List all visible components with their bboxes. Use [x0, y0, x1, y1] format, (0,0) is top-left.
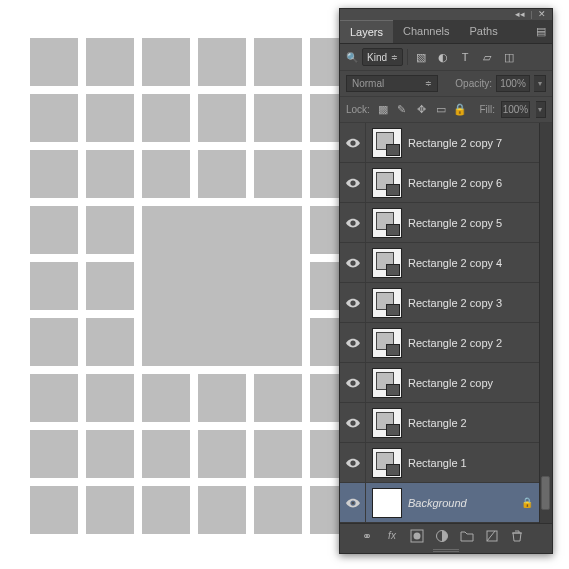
- lock-artboard-icon[interactable]: ▭: [434, 103, 447, 117]
- layer-thumbnail[interactable]: [372, 488, 402, 518]
- blend-mode-value: Normal: [352, 78, 384, 89]
- visibility-toggle[interactable]: [340, 123, 366, 162]
- grid-cell: [142, 38, 190, 86]
- layer-name[interactable]: Rectangle 1: [408, 457, 539, 469]
- lock-move-icon[interactable]: ✥: [415, 103, 428, 117]
- layer-name[interactable]: Rectangle 2 copy: [408, 377, 539, 389]
- visibility-toggle[interactable]: [340, 403, 366, 442]
- lock-all-icon[interactable]: 🔒: [453, 103, 467, 117]
- filter-adjust-icon[interactable]: ◐: [434, 49, 452, 65]
- link-icon[interactable]: ⚭: [356, 527, 378, 545]
- layer-thumbnail[interactable]: [372, 368, 402, 398]
- layer-name[interactable]: Rectangle 2 copy 6: [408, 177, 539, 189]
- opacity-flyout-icon[interactable]: ▾: [534, 75, 546, 92]
- filter-kind-dropdown[interactable]: Kind ≑: [362, 48, 403, 66]
- grid-cell: [86, 430, 134, 478]
- filter-row: 🔍 Kind ≑ ▧ ◐ T ▱ ◫: [340, 44, 552, 71]
- svg-point-11: [414, 532, 421, 539]
- grid-cell: [254, 374, 302, 422]
- panel-footer: ⚭ fx: [340, 523, 552, 547]
- layer-thumbnail[interactable]: [372, 208, 402, 238]
- layer-row[interactable]: Rectangle 2 copy 5: [340, 203, 552, 243]
- lock-label: Lock:: [346, 104, 370, 115]
- fill-label: Fill:: [479, 104, 495, 115]
- scroll-thumb[interactable]: [541, 476, 550, 510]
- layer-name[interactable]: Rectangle 2: [408, 417, 539, 429]
- layer-thumbnail[interactable]: [372, 328, 402, 358]
- svg-point-7: [351, 421, 354, 424]
- lock-pixels-icon[interactable]: ▩: [376, 103, 389, 117]
- collapse-icon[interactable]: ◂◂: [515, 10, 525, 19]
- opacity-value[interactable]: 100%: [496, 75, 530, 92]
- layer-thumbnail[interactable]: [372, 128, 402, 158]
- panel-menu-icon[interactable]: ▤: [530, 20, 552, 43]
- visibility-toggle[interactable]: [340, 323, 366, 362]
- layer-name[interactable]: Background: [408, 497, 521, 509]
- grid-cell: [198, 38, 246, 86]
- filter-image-icon[interactable]: ▧: [412, 49, 430, 65]
- layer-row[interactable]: Rectangle 2 copy 7: [340, 123, 552, 163]
- visibility-toggle[interactable]: [340, 483, 366, 522]
- layer-row[interactable]: Rectangle 2: [340, 403, 552, 443]
- layers-panel[interactable]: ◂◂ ✕ Layers Channels Paths ▤ 🔍 Kind ≑ ▧ …: [339, 8, 553, 554]
- visibility-toggle[interactable]: [340, 283, 366, 322]
- visibility-toggle[interactable]: [340, 443, 366, 482]
- layer-thumbnail[interactable]: [372, 248, 402, 278]
- filter-shape-icon[interactable]: ▱: [478, 49, 496, 65]
- layer-row[interactable]: Rectangle 2 copy 3: [340, 283, 552, 323]
- layer-thumbnail[interactable]: [372, 448, 402, 478]
- layer-thumbnail[interactable]: [372, 168, 402, 198]
- layer-thumbnail[interactable]: [372, 408, 402, 438]
- layer-name[interactable]: Rectangle 2 copy 4: [408, 257, 539, 269]
- grid-cell: [30, 94, 78, 142]
- tab-paths[interactable]: Paths: [460, 20, 508, 43]
- grid-cell: [86, 150, 134, 198]
- svg-point-0: [351, 141, 354, 144]
- fill-value[interactable]: 100%: [501, 101, 530, 118]
- svg-point-1: [351, 181, 354, 184]
- grid-cell: [86, 486, 134, 534]
- resize-grip[interactable]: [340, 547, 552, 553]
- lock-brush-icon[interactable]: ✎: [395, 103, 408, 117]
- grid-cell: [142, 374, 190, 422]
- mask-icon[interactable]: [406, 527, 428, 545]
- layer-list[interactable]: Rectangle 2 copy 7Rectangle 2 copy 6Rect…: [340, 123, 552, 523]
- fill-flyout-icon[interactable]: ▾: [536, 101, 546, 118]
- visibility-toggle[interactable]: [340, 243, 366, 282]
- layer-name[interactable]: Rectangle 2 copy 2: [408, 337, 539, 349]
- filter-type-icon[interactable]: T: [456, 49, 474, 65]
- visibility-toggle[interactable]: [340, 363, 366, 402]
- adjustment-icon[interactable]: [431, 527, 453, 545]
- filter-smart-icon[interactable]: ◫: [500, 49, 518, 65]
- trash-icon[interactable]: [506, 527, 528, 545]
- fx-icon[interactable]: fx: [381, 527, 403, 545]
- grid-cell: [198, 430, 246, 478]
- grid-cell: [86, 374, 134, 422]
- new-icon[interactable]: [481, 527, 503, 545]
- layer-row[interactable]: Rectangle 1: [340, 443, 552, 483]
- layer-row[interactable]: Rectangle 2 copy 6: [340, 163, 552, 203]
- dropdown-arrow-icon: ≑: [425, 79, 432, 88]
- tab-channels[interactable]: Channels: [393, 20, 459, 43]
- layer-row[interactable]: Rectangle 2 copy: [340, 363, 552, 403]
- group-icon[interactable]: [456, 527, 478, 545]
- grid-cell: [254, 486, 302, 534]
- layer-thumbnail[interactable]: [372, 288, 402, 318]
- search-icon[interactable]: 🔍: [346, 52, 358, 63]
- svg-point-6: [351, 381, 354, 384]
- layer-row[interactable]: Rectangle 2 copy 2: [340, 323, 552, 363]
- grid-cell: [30, 150, 78, 198]
- panel-titlebar[interactable]: ◂◂ ✕: [340, 9, 552, 20]
- tab-layers[interactable]: Layers: [340, 20, 393, 43]
- close-icon[interactable]: ✕: [538, 10, 546, 19]
- blend-mode-dropdown[interactable]: Normal ≑: [346, 75, 438, 92]
- layer-row[interactable]: Background🔒: [340, 483, 552, 523]
- layer-name[interactable]: Rectangle 2 copy 7: [408, 137, 539, 149]
- layer-name[interactable]: Rectangle 2 copy 3: [408, 297, 539, 309]
- visibility-toggle[interactable]: [340, 203, 366, 242]
- layer-row[interactable]: Rectangle 2 copy 4: [340, 243, 552, 283]
- scrollbar[interactable]: [539, 123, 552, 523]
- blend-row: Normal ≑ Opacity: 100% ▾: [340, 71, 552, 97]
- layer-name[interactable]: Rectangle 2 copy 5: [408, 217, 539, 229]
- visibility-toggle[interactable]: [340, 163, 366, 202]
